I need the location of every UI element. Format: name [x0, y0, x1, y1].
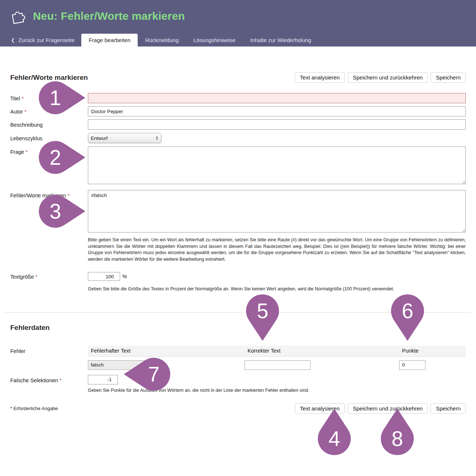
falsche-selektionen-label: Falsche Selektionen * — [10, 375, 88, 383]
required-asterisk: * — [67, 193, 70, 198]
lebenszyklus-selected-value: Entwurf — [91, 135, 108, 141]
up-down-arrows-icon: ▲▼ — [156, 136, 158, 140]
fehler-label: Fehler — [10, 346, 88, 354]
column-header-fehlerhafter-text: Fehlerhafter Text — [88, 346, 245, 356]
tab-frage-bearbeiten[interactable]: Frage bearbeiten — [81, 34, 138, 47]
punkte-input[interactable] — [399, 360, 425, 370]
tab-inhalte-wiederholung[interactable]: Inhalte zur Wiederholung — [243, 34, 319, 47]
frage-textarea[interactable] — [88, 146, 466, 184]
falsche-selektionen-input[interactable] — [88, 375, 118, 384]
beschreibung-label: Beschreibung — [10, 119, 88, 128]
annotation-marker-4: 4 — [317, 408, 351, 455]
speichern-zurueckkehren-button-top[interactable]: Speichern und zurückkehren — [348, 72, 428, 83]
column-header-korrekter-text: Korrekter Text — [245, 346, 399, 356]
page-title: Neu: Fehler/Worte markieren — [33, 10, 185, 22]
required-asterisk: * — [36, 274, 38, 280]
form-section-title: Fehler/Worte markieren — [10, 74, 88, 82]
autor-input[interactable] — [88, 106, 466, 116]
section-divider — [5, 312, 471, 313]
frage-label: Frage * — [10, 146, 88, 155]
falsche-selektionen-help-text: Geben Sie Punkte für die Auswahl von Wör… — [88, 387, 466, 394]
required-asterisk: * — [26, 149, 28, 155]
lebenszyklus-label: Lebenszyklus — [10, 133, 88, 141]
titel-input[interactable] — [88, 93, 466, 103]
speichern-button-bottom[interactable]: Speichern — [431, 403, 466, 414]
tab-rueckmeldung[interactable]: Rückmeldung — [138, 34, 186, 47]
column-header-punkte: Punkte — [399, 346, 466, 356]
textgroesse-label: Textgröße * — [10, 271, 88, 280]
lebenszyklus-select[interactable]: Entwurf ▲▼ — [88, 133, 161, 143]
autor-label: Autor * — [10, 106, 88, 115]
fehler-table-header: Fehlerhafter Text Korrekter Text Punkte — [88, 346, 466, 357]
header-bar: Neu: Fehler/Worte markieren — [0, 0, 476, 32]
speichern-button-top[interactable]: Speichern — [431, 72, 466, 83]
required-note: * Erforderliche Angabe — [10, 406, 58, 411]
speichern-zurueckkehren-button-bottom[interactable]: Speichern und zurückkehren — [348, 403, 428, 414]
chevron-left-icon: ❮ — [11, 37, 15, 43]
tab-bar: ❮ Zurück zur Fragenseite Frage bearbeite… — [0, 32, 476, 47]
back-link-label: Zurück zur Fragenseite — [18, 37, 75, 43]
svg-text:8: 8 — [391, 427, 403, 450]
tab-loesungshinweise[interactable]: Lösungshinweise — [186, 34, 243, 47]
percent-unit-label: % — [122, 274, 127, 279]
fehlerhafter-text-input — [88, 360, 154, 370]
fehler-worte-textarea[interactable]: #falsch — [88, 190, 466, 233]
text-analysieren-button-top[interactable]: Text analysieren — [295, 72, 345, 83]
required-asterisk: * — [25, 109, 27, 115]
table-row — [88, 360, 466, 370]
text-analysieren-button-bottom[interactable]: Text analysieren — [295, 403, 345, 414]
textgroesse-help-text: Geben Sie bitte die Größe des Textes in … — [88, 286, 466, 293]
required-asterisk: * — [60, 378, 62, 383]
required-asterisk: * — [22, 96, 24, 101]
beschreibung-input[interactable] — [88, 119, 466, 130]
textgroesse-input[interactable] — [88, 272, 120, 281]
titel-label: Titel * — [10, 93, 88, 101]
korrekter-text-input[interactable] — [245, 360, 310, 370]
svg-text:4: 4 — [328, 427, 340, 450]
top-button-group: Text analysieren Speichern und zurückkeh… — [295, 72, 466, 83]
fehler-worte-label: Fehler/Worte markieren * — [10, 190, 88, 198]
fehler-worte-help-text: Bitte geben Sie einen Text ein. Um ein W… — [88, 237, 466, 263]
fehlerdaten-section-title: Fehlerdaten — [10, 324, 466, 332]
bottom-button-group: Text analysieren Speichern und zurückkeh… — [295, 403, 466, 414]
back-link[interactable]: ❮ Zurück zur Fragenseite — [4, 34, 81, 47]
annotation-marker-8: 8 — [380, 408, 414, 455]
puzzle-icon — [7, 6, 28, 26]
